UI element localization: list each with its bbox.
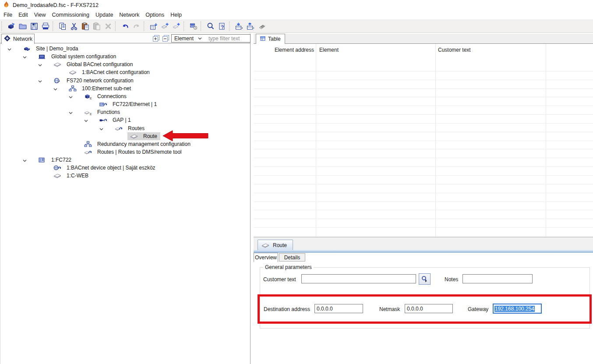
tree-item-fc722-ethernet-1[interactable]: FC722/Ethernet | 1 [0,100,250,108]
tab-table[interactable]: Table [256,34,285,44]
save-button[interactable] [28,21,40,32]
filter-input[interactable]: type filter text [204,35,240,42]
details-tab-label: Details [284,254,300,261]
compare-button[interactable] [256,21,268,32]
destination-address-input[interactable] [314,304,363,313]
help-reference-button[interactable]: ? [216,21,228,32]
search-button[interactable] [205,21,216,32]
toolbar-group-separator [229,21,231,31]
menu-file[interactable]: File [4,12,12,18]
tab-route[interactable]: Route [258,240,293,250]
chevron-expanded-icon[interactable] [22,157,27,163]
cut-button[interactable] [68,21,80,32]
paste-button[interactable] [80,21,91,32]
notes-input[interactable] [462,274,533,283]
tab-details[interactable]: Details [279,253,305,262]
chevron-expanded-icon[interactable] [37,78,42,84]
menu-options[interactable]: Options [145,12,164,18]
tree-item-routes[interactable]: Routes [0,124,250,132]
tree-item-label: Routes [128,125,145,131]
search-icon [206,22,215,31]
menu-view[interactable]: View [34,12,46,18]
app-flame-icon [4,1,9,10]
tree-item-label: Site | Demo_Iroda [36,46,78,52]
tree-node-content: Routes [115,124,145,132]
print-button[interactable] [40,21,51,32]
tree-node-content: Route [127,132,160,140]
gateway-input[interactable]: 192.168.100.254 [493,304,542,314]
chevron-expanded-icon[interactable] [7,46,12,52]
customer-text-input[interactable] [301,274,416,283]
table-row [254,228,593,237]
menu-help[interactable]: Help [170,12,182,18]
tab-network[interactable]: Network [1,34,35,44]
menu-update[interactable]: Update [95,12,113,18]
copy-button[interactable] [57,21,68,32]
menu-commissioning[interactable]: Commissioning [52,12,89,18]
collapse-all-button[interactable] [162,35,169,42]
table-row [254,63,593,71]
help-reference-icon: ? [218,22,226,31]
chevron-expanded-icon[interactable] [68,110,73,116]
new-child-element-button[interactable] [159,21,171,32]
tree-item-1-fc722[interactable]: 1:FC722 [0,156,250,164]
toolbar-group-separator [201,21,203,31]
overview-tab-page: General parameters Customer text Notes D… [254,262,593,364]
slab-loop-icon [84,149,92,155]
chevron-down-icon[interactable] [195,37,204,40]
netmask-input[interactable] [405,304,453,313]
new-site-button[interactable] [6,21,17,32]
tab-overview[interactable]: Overview [254,253,278,262]
upload-from-station-button[interactable] [245,21,256,32]
tree-item-connections[interactable]: EConnections [0,92,250,100]
chevron-expanded-icon[interactable] [22,54,27,60]
chevron-expanded-icon[interactable] [83,117,88,124]
add-element-button[interactable] [148,21,159,32]
tree-item-redundancy-management-configuration[interactable]: Redundancy management configuration [0,140,250,148]
column-header-customer-text[interactable]: Customer text [438,47,471,53]
slab-e-icon: E [84,109,92,115]
tree-node-content: 1:BACnet client configuration [69,68,150,76]
undo-button[interactable] [120,21,131,32]
tree-item-label: 1:FC722 [51,157,71,163]
tree-node-content: GAP | 1 [99,116,131,124]
download-to-station-button[interactable] [233,21,245,32]
tree-item-site-demo-iroda[interactable]: Site | Demo_Iroda [0,45,250,53]
tree-item-1-c-web[interactable]: 1:C-WEB [0,172,250,180]
tree-item-1-bacnet-client-configuration[interactable]: 1:BACnet client configuration [0,68,250,76]
tree-item-100-ethernet-sub-net[interactable]: 100:Ethernet sub-net [0,85,250,92]
group-legend: General parameters [263,264,314,270]
tree-item-fs720-network-configuration[interactable]: FS720 network configuration [0,77,250,85]
column-header-element[interactable]: Element [319,47,339,53]
customer-text-picker-button[interactable] [419,273,431,285]
expand-all-button[interactable] [152,35,160,42]
column-header-element-address[interactable]: Element address [254,47,314,53]
menu-network[interactable]: Network [119,12,139,18]
chevron-expanded-icon[interactable] [68,94,73,100]
chevron-expanded-icon[interactable] [53,86,58,92]
panel-loop-icon [99,101,107,107]
tree-item-global-bacnet-configuration[interactable]: Global BACnet configuration [0,60,250,68]
task-assignment-button[interactable] [188,21,199,32]
network-icon [4,35,11,43]
paste-special-icon [92,22,101,31]
menu-bar: FileEditViewCommissioningUpdateNetworkOp… [0,11,593,19]
slab-icon [53,61,61,67]
table-row [254,106,593,115]
tree-item-global-system-configuration[interactable]: Global system configuration [0,53,250,60]
chevron-expanded-icon[interactable] [37,62,42,68]
filter-type-dropdown[interactable]: Element [172,35,195,42]
cube-e-icon: E [84,93,92,99]
tree-node-content: 1:C-WEB [53,172,88,180]
tree-item-routes-routes-to-dms-remote-tool[interactable]: Routes | Routes to DMS/remote tool [0,148,250,156]
slab-icon [69,69,77,75]
table-row [254,202,593,211]
chevron-expanded-icon[interactable] [99,126,104,132]
menu-edit[interactable]: Edit [18,12,28,18]
tree-item-route[interactable]: Route [0,132,250,140]
tree-item-gap-1[interactable]: GAP | 1 [0,116,250,124]
new-sibling-element-button[interactable] [171,21,182,32]
open-button[interactable] [17,21,28,32]
tree-item-functions[interactable]: EFunctions [0,108,250,116]
tree-item-1-bacnet-device-object-saj-t-eszk-z[interactable]: 1:BACnet device object | Saját eszköz [0,164,250,172]
